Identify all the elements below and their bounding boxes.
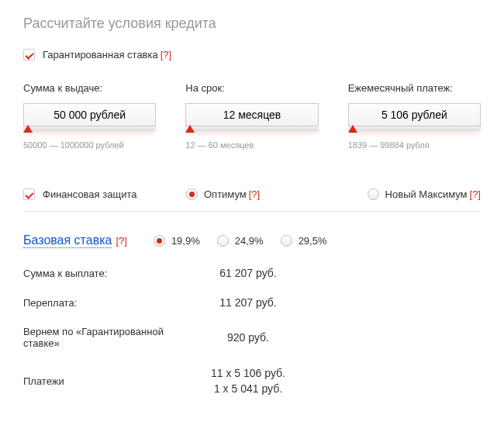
payment-track[interactable] (348, 126, 481, 131)
rate-options: 19,9% 24,9% 29,5% (154, 235, 344, 247)
rate-2-label: 24,9% (235, 235, 264, 247)
guaranteed-rate-row: Гарантированная ставка [?] (23, 49, 481, 60)
protection-label: Финансовая защита (43, 188, 136, 200)
refund-label: Вернем по «Гарантированной ставке» (23, 326, 186, 349)
payments-line-1: 11 x 5 106 руб. (186, 366, 310, 382)
protection-opt-optimum[interactable]: Оптимум [?] (186, 188, 260, 200)
rate-1-label: 19,9% (171, 235, 200, 247)
protection-checkbox[interactable] (23, 188, 35, 200)
amount-label: Сумма к выдаче: (23, 82, 156, 94)
help-icon[interactable]: [?] (161, 49, 171, 60)
rate-opt-3[interactable]: 29,5% (281, 235, 327, 247)
amount-slider: Сумма к выдаче: 50000 — 1000000 рублей (23, 82, 156, 150)
summary-overpay: Переплата: 11 207 руб. (23, 296, 481, 309)
help-icon[interactable]: [?] (249, 188, 260, 200)
base-rate-label[interactable]: Базовая ставка (23, 233, 112, 248)
base-rate-row: Базовая ставка [?] 19,9% 24,9% 29,5% (23, 233, 481, 248)
sliders-row: Сумма к выдаче: 50000 — 1000000 рублей Н… (23, 82, 481, 150)
guaranteed-rate-label: Гарантированная ставка (43, 49, 158, 60)
amount-input[interactable] (23, 103, 156, 126)
help-icon[interactable]: [?] (116, 235, 126, 247)
term-track[interactable] (185, 126, 318, 131)
term-handle[interactable] (185, 125, 195, 133)
protection-row: Финансовая защита Оптимум [?] Новый Макс… (23, 188, 481, 212)
radio-rate-1[interactable] (154, 235, 165, 247)
total-value: 61 207 руб. (186, 267, 310, 279)
term-range: 12 — 60 месяцев (185, 140, 318, 150)
radio-rate-3[interactable] (281, 235, 292, 247)
rate-opt-1[interactable]: 19,9% (154, 235, 200, 247)
payment-input[interactable] (348, 103, 481, 126)
amount-handle[interactable] (23, 125, 33, 133)
summary-refund: Вернем по «Гарантированной ставке» 920 р… (23, 326, 481, 349)
help-icon[interactable]: [?] (470, 188, 481, 200)
newmax-label: Новый Максимум (385, 188, 468, 200)
payment-range: 1839 — 99884 рубля (348, 140, 481, 150)
refund-value: 920 руб. (186, 331, 310, 344)
radio-rate-2[interactable] (217, 235, 229, 247)
payments-label: Платежи (23, 375, 186, 387)
over-value: 11 207 руб. (186, 296, 310, 309)
term-input[interactable] (185, 103, 318, 126)
total-label: Сумма к выплате: (23, 268, 186, 279)
summary-total: Сумма к выплате: 61 207 руб. (23, 267, 481, 279)
rate-opt-2[interactable]: 24,9% (217, 235, 264, 247)
summary-payments: Платежи 11 x 5 106 руб. 1 x 5 041 руб. (23, 366, 481, 396)
amount-range: 50000 — 1000000 рублей (23, 140, 156, 150)
payment-handle[interactable] (348, 125, 357, 133)
term-slider: На срок: 12 — 60 месяцев (185, 82, 318, 150)
payment-slider: Ежемесячный платеж: 1839 — 99884 рубля (348, 82, 481, 150)
amount-track[interactable] (23, 126, 156, 131)
over-label: Переплата: (23, 297, 186, 309)
payments-value: 11 x 5 106 руб. 1 x 5 041 руб. (186, 366, 310, 396)
guaranteed-rate-checkbox[interactable] (23, 49, 35, 60)
radio-optimum[interactable] (186, 188, 198, 200)
radio-newmax[interactable] (368, 188, 379, 200)
term-label: На срок: (185, 82, 318, 94)
payments-line-2: 1 x 5 041 руб. (186, 382, 310, 397)
page-title: Рассчитайте условия кредита (23, 16, 481, 32)
payment-label: Ежемесячный платеж: (348, 82, 481, 94)
rate-3-label: 29,5% (299, 235, 327, 247)
optimum-label: Оптимум (204, 188, 247, 200)
protection-opt-newmax[interactable]: Новый Максимум [?] (368, 188, 481, 200)
protection-checkbox-wrap: Финансовая защита (23, 188, 186, 200)
